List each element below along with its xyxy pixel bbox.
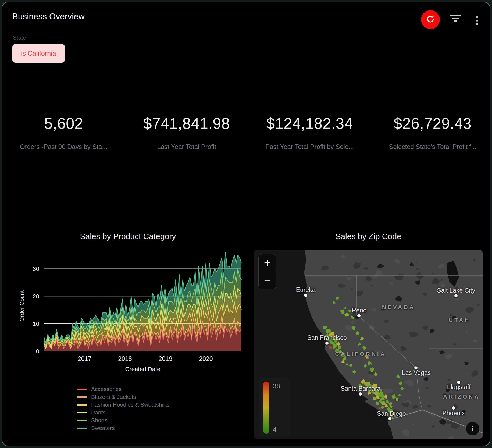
color-scale-gradient — [263, 382, 269, 434]
y-tick-label: 10 — [33, 321, 39, 327]
city-dot-phoenix — [452, 406, 455, 410]
legend-swatch — [77, 404, 87, 406]
kpi-value: 5,602 — [44, 115, 83, 132]
legend-item-pants[interactable]: Pants — [77, 410, 170, 415]
legend-swatch — [77, 428, 87, 429]
legend-item-accessories[interactable]: Accessories — [77, 386, 170, 392]
refresh-button[interactable] — [421, 10, 440, 29]
city-dot-salt-lake-city — [454, 294, 458, 297]
zoom-in-button[interactable]: + — [259, 254, 276, 272]
x-tick-label: 2017 — [78, 355, 91, 362]
filter-icon — [450, 15, 461, 16]
map-info-button[interactable]: i — [466, 422, 479, 435]
y-tick-label: 20 — [33, 293, 39, 300]
kpi-label: Last Year Total Profit — [157, 143, 216, 151]
scale-min-label: 4 — [273, 426, 276, 433]
map-title: Sales by Zip Code — [254, 232, 483, 241]
kpi-value: $26,729.43 — [394, 115, 472, 132]
x-tick-label: 2020 — [199, 355, 213, 362]
city-dot-santa-barbara — [359, 392, 362, 396]
kpi-row: 5,602 Orders -Past 90 Days by Sta... $74… — [2, 115, 490, 151]
state-filter-chip[interactable]: is California — [12, 44, 65, 63]
city-dot-reno — [357, 314, 361, 317]
city-dot-flagstaff — [457, 381, 460, 384]
x-tick-label: 2019 — [159, 355, 172, 362]
area-chart-title: Sales by Product Category — [10, 232, 246, 241]
y-axis-title: Order Count — [19, 290, 25, 322]
legend-item-fashion-hoodies[interactable]: Fashion Hoodies & Sweatshirts — [77, 402, 170, 408]
x-tick-label: 2018 — [118, 355, 132, 362]
kpi-past-year-profit[interactable]: $124,182.34 Past Year Total Profit by Se… — [248, 115, 371, 151]
legend-item-sweaters[interactable]: Sweaters — [77, 425, 170, 431]
refresh-icon — [426, 15, 435, 25]
dashboard-window: Business Overview State is California 5,… — [2, 2, 490, 446]
y-tick-label: 30 — [33, 265, 39, 272]
zoom-out-button[interactable]: − — [259, 272, 276, 289]
kebab-menu-icon — [476, 16, 478, 18]
city-dot-san-francisco — [325, 342, 329, 345]
sales-by-category-chart[interactable]: 0102030Order Count2017201820192020Create… — [10, 244, 246, 380]
city-dot-eureka — [304, 294, 307, 297]
y-tick-label: 0 — [36, 348, 39, 355]
kpi-last-year-profit[interactable]: $741,841.98 Last Year Total Profit — [125, 115, 248, 151]
filter-button[interactable] — [450, 15, 461, 25]
kpi-value: $741,841.98 — [143, 115, 230, 132]
page-title: Business Overview — [12, 12, 85, 22]
x-axis-title: Created Date — [125, 366, 161, 372]
map-zoom-control: + − — [258, 254, 276, 289]
sales-by-zip-map[interactable]: NEVADAUTAHCALIFORNIAARIZONAEurekaRenoSal… — [254, 250, 483, 439]
legend-swatch — [77, 389, 87, 390]
legend-item-blazers-jackets[interactable]: Blazers & Jackets — [77, 394, 170, 400]
kpi-label: Selected State's Total Profit f... — [389, 143, 476, 151]
scale-max-label: 38 — [273, 382, 280, 390]
kpi-label: Past Year Total Profit by Sele... — [265, 143, 354, 151]
city-dot-san-diego — [388, 417, 391, 420]
chart-legend: Accessories Blazers & Jackets Fashion Ho… — [77, 386, 170, 431]
kpi-value: $124,182.34 — [266, 115, 353, 132]
kpi-orders[interactable]: 5,602 Orders -Past 90 Days by Sta... — [2, 115, 125, 151]
legend-swatch — [77, 420, 87, 421]
filter-label: State — [13, 34, 26, 41]
legend-item-shorts[interactable]: Shorts — [77, 417, 170, 423]
kebab-menu-button[interactable] — [474, 13, 480, 28]
map-color-scale: 38 4 — [259, 378, 290, 437]
kpi-label: Orders -Past 90 Days by Sta... — [20, 143, 107, 151]
kpi-selected-state-profit[interactable]: $26,729.43 Selected State's Total Profit… — [371, 115, 491, 151]
city-dot-las-vegas — [414, 366, 418, 369]
legend-swatch — [77, 396, 87, 398]
legend-swatch — [77, 412, 87, 413]
